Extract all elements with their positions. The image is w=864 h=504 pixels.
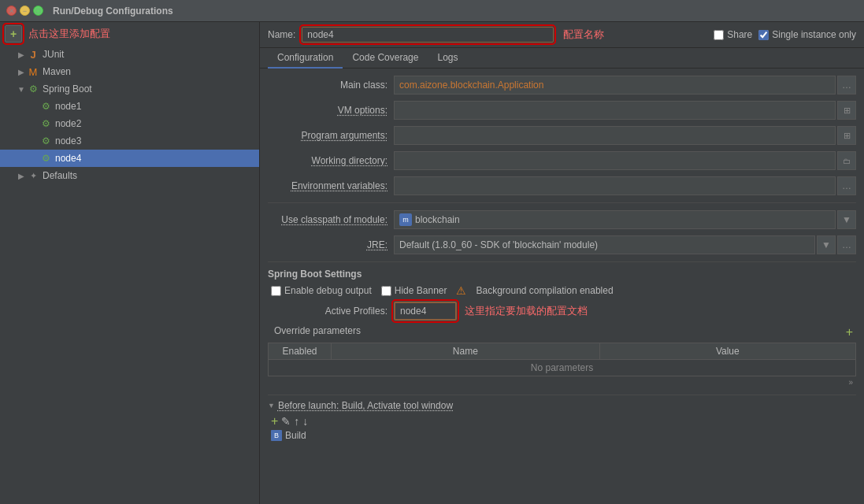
vm-options-expand-button[interactable]: ⊞: [837, 101, 856, 120]
build-item: B Build: [268, 428, 856, 443]
maven-arrow: ▶: [16, 68, 27, 76]
node3-label: node3: [55, 135, 81, 146]
jre-label: JRE:: [268, 239, 394, 250]
close-button[interactable]: ✕: [6, 6, 17, 16]
main-class-browse-button[interactable]: …: [837, 76, 856, 94]
right-panel: Name: 配置名称 Share Single instance only: [260, 22, 864, 504]
maven-icon: M: [27, 65, 39, 78]
junit-arrow: ▶: [16, 50, 27, 59]
share-checkbox[interactable]: [714, 30, 724, 40]
spring-boot-arrow: ▼: [16, 85, 27, 94]
node1-icon: ⚙: [39, 100, 52, 113]
name-input[interactable]: [302, 27, 554, 43]
tab-code-coverage[interactable]: Code Coverage: [343, 48, 428, 69]
classpath-label: Use classpath of module:: [268, 214, 394, 225]
form-area: Main class: … VM options: ⊞ Program argu…: [260, 69, 864, 504]
main-content: + 点击这里添加配置 ▶ J JUnit ▶ M Maven ▼ ⚙ Sprin…: [0, 22, 864, 504]
build-label: Build: [285, 430, 306, 441]
sidebar-item-defaults[interactable]: ▶ ✦ Defaults: [0, 167, 259, 184]
spring-settings-row: Enable debug output Hide Banner ⚠ Backgr…: [268, 284, 856, 297]
working-dir-browse-button[interactable]: 🗀: [837, 151, 856, 170]
share-area: Share Single instance only: [714, 29, 856, 40]
tab-logs[interactable]: Logs: [428, 48, 467, 69]
program-args-expand-button[interactable]: ⊞: [837, 126, 856, 145]
working-dir-input[interactable]: [394, 151, 836, 170]
hide-banner-text: Hide Banner: [395, 285, 447, 296]
sidebar-item-junit[interactable]: ▶ J JUnit: [0, 46, 259, 63]
before-launch-add-button[interactable]: +: [271, 414, 278, 428]
col-name: Name: [332, 343, 600, 360]
hide-banner-checkbox[interactable]: [381, 286, 391, 296]
before-launch-toolbar: + ✎ ↑ ↓: [268, 414, 856, 428]
main-class-row: Main class: …: [268, 75, 856, 95]
title-bar: ✕ − □ Run/Debug Configurations: [0, 0, 864, 22]
program-args-row: Program arguments: ⊞: [268, 125, 856, 146]
classpath-dropdown-button[interactable]: ▼: [837, 210, 856, 229]
name-label: Name:: [268, 29, 295, 40]
env-vars-row: Environment variables: …: [268, 176, 856, 196]
sidebar-item-spring-boot[interactable]: ▼ ⚙ Spring Boot: [0, 80, 259, 98]
add-config-button[interactable]: +: [5, 25, 22, 43]
working-dir-row: Working directory: 🗀: [268, 150, 856, 171]
classpath-select-wrapper: m blockchain ▼: [394, 210, 856, 229]
program-args-input[interactable]: [394, 126, 836, 145]
active-profiles-label: Active Profiles:: [268, 306, 394, 317]
active-profiles-input[interactable]: [394, 302, 457, 321]
single-instance-checkbox[interactable]: [758, 30, 769, 40]
window-title: Run/Debug Configurations: [53, 6, 173, 17]
vm-options-input[interactable]: [394, 101, 836, 120]
program-args-label: Program arguments:: [268, 130, 394, 141]
before-launch-up-button[interactable]: ↑: [294, 415, 299, 428]
node2-icon: ⚙: [39, 117, 52, 130]
enable-debug-checkbox[interactable]: [271, 286, 281, 296]
plus-icon: +: [10, 28, 17, 40]
main-class-label: Main class:: [268, 80, 394, 91]
sidebar-item-node1[interactable]: ▶ ⚙ node1: [0, 98, 259, 115]
active-profiles-row: Active Profiles: 这里指定要加载的配置文档: [268, 302, 856, 321]
node1-label: node1: [55, 101, 81, 112]
divider-2: [268, 261, 856, 262]
env-vars-input[interactable]: [394, 176, 836, 195]
sidebar-toolbar: + 点击这里添加配置: [0, 22, 259, 46]
classpath-value: blockchain: [415, 214, 460, 225]
warning-icon: ⚠: [456, 284, 466, 297]
jre-dropdown-button[interactable]: ▼: [817, 235, 836, 254]
maximize-button[interactable]: □: [33, 6, 43, 16]
hide-banner-label: Hide Banner: [381, 285, 447, 296]
run-debug-configurations-window: ✕ − □ Run/Debug Configurations + 点击这里添加配…: [0, 0, 864, 504]
background-compilation-text: Background compilation enabled: [476, 285, 613, 296]
jre-value: Default (1.8.0_60 - SDK of 'blockchain' …: [399, 239, 598, 250]
before-launch-edit-button[interactable]: ✎: [281, 415, 291, 428]
classpath-row: Use classpath of module: m blockchain ▼: [268, 209, 856, 230]
minimize-button[interactable]: −: [20, 6, 30, 16]
before-launch-down-button[interactable]: ↓: [302, 415, 308, 428]
env-vars-label: Environment variables:: [268, 180, 394, 191]
before-launch-title: Before launch: Build, Activate tool wind…: [278, 400, 453, 411]
col-value: Value: [599, 343, 855, 360]
build-icon: B: [271, 430, 282, 441]
single-instance-text: Single instance only: [772, 29, 856, 40]
sidebar-item-maven[interactable]: ▶ M Maven: [0, 63, 259, 80]
sidebar-item-node4[interactable]: ▶ ⚙ node4: [0, 150, 259, 167]
name-annotation: 配置名称: [563, 28, 604, 42]
tabs-bar: Configuration Code Coverage Logs: [260, 48, 864, 69]
enable-debug-label: Enable debug output: [271, 285, 372, 296]
main-class-input[interactable]: [394, 76, 836, 94]
sidebar-item-node2[interactable]: ▶ ⚙ node2: [0, 115, 259, 132]
add-annotation: 点击这里添加配置: [28, 27, 110, 41]
window-controls: ✕ − □: [6, 6, 43, 16]
env-vars-browse-button[interactable]: …: [837, 176, 856, 195]
sidebar-item-node3[interactable]: ▶ ⚙ node3: [0, 132, 259, 150]
jre-browse-button[interactable]: …: [837, 235, 856, 254]
jre-select-wrapper: Default (1.8.0_60 - SDK of 'blockchain' …: [394, 235, 856, 254]
maven-label: Maven: [43, 66, 71, 77]
jre-row: JRE: Default (1.8.0_60 - SDK of 'blockch…: [268, 235, 856, 255]
tab-configuration[interactable]: Configuration: [268, 48, 343, 69]
spring-boot-icon: ⚙: [27, 83, 39, 95]
defaults-icon: ✦: [27, 169, 39, 182]
add-param-button[interactable]: +: [846, 325, 856, 339]
table-more-button[interactable]: »: [268, 376, 856, 388]
vm-options-row: VM options: ⊞: [268, 100, 856, 120]
defaults-arrow: ▶: [16, 172, 27, 180]
before-launch-section: ▼ Before launch: Build, Activate tool wi…: [268, 395, 856, 443]
